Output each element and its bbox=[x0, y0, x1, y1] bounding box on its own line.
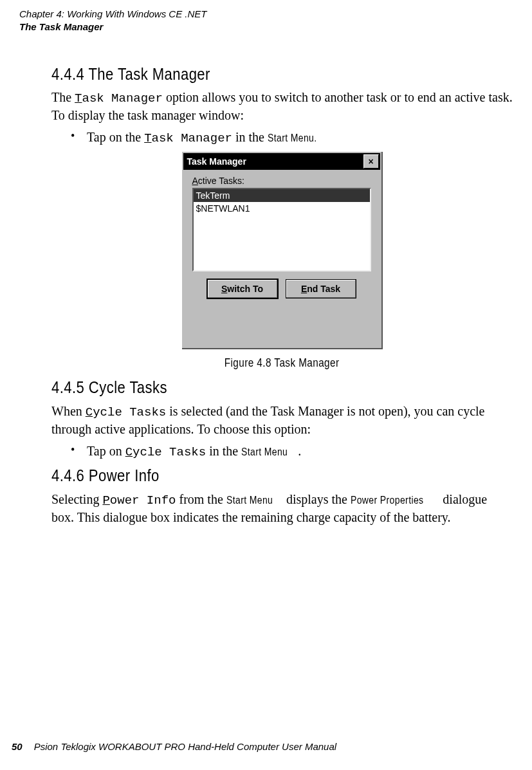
code-task-manager-2: Task Manager bbox=[144, 131, 232, 145]
figure-task-manager: Task Manager × Active Tasks: TekTerm $NE… bbox=[51, 152, 513, 371]
task-manager-window: Task Manager × Active Tasks: TekTerm $NE… bbox=[182, 152, 383, 349]
heading-power-info: 4.4.6 Power Info bbox=[51, 465, 443, 487]
para-task-manager: The Task Manager option allows you to sw… bbox=[51, 89, 513, 124]
heading-task-manager: 4.4.4 The Task Manager bbox=[51, 64, 443, 86]
end-task-button[interactable]: End Task bbox=[286, 279, 356, 298]
heading-cycle-tasks: 4.4.5 Cycle Tasks bbox=[51, 377, 443, 399]
para-cycle-tasks: When Cycle Tasks is selected (and the Ta… bbox=[51, 403, 513, 437]
para-power-info: Selecting Power Info from the Start Menu… bbox=[51, 491, 513, 526]
code-power-info: Power Info bbox=[102, 493, 176, 508]
list-cycle-steps: Tap on Cycle Tasks in the Start Menu. bbox=[51, 443, 513, 461]
list-tm-steps: Tap on the Task Manager in the Start Men… bbox=[51, 129, 513, 147]
running-header: Chapter 4: Working With Windows CE .NET … bbox=[19, 8, 513, 34]
code-cycle-tasks-2: Cycle Tasks bbox=[125, 445, 206, 459]
switch-to-button[interactable]: Switch To bbox=[207, 279, 278, 298]
list-item[interactable]: TekTerm bbox=[194, 189, 370, 202]
active-tasks-label: Active Tasks: bbox=[192, 175, 371, 187]
active-tasks-listbox[interactable]: TekTerm $NETWLAN1 bbox=[192, 188, 371, 271]
page-number: 50 bbox=[12, 741, 23, 752]
figure-caption: Figure 4.8 Task Manager bbox=[225, 356, 340, 371]
keyword-start-menu: Start Menu bbox=[226, 493, 273, 508]
close-icon[interactable]: × bbox=[363, 154, 379, 169]
window-title: Task Manager bbox=[187, 156, 363, 167]
header-section: The Task Manager bbox=[19, 21, 513, 33]
keyword-start-menu: Start Menu. bbox=[268, 131, 317, 145]
header-chapter: Chapter 4: Working With Windows CE .NET bbox=[19, 8, 513, 21]
titlebar: Task Manager × bbox=[183, 153, 380, 170]
list-item[interactable]: $NETWLAN1 bbox=[194, 202, 370, 215]
list-item: Tap on the Task Manager in the Start Men… bbox=[51, 129, 513, 147]
keyword-start-menu: Start Menu bbox=[241, 445, 288, 459]
code-cycle-tasks: Cycle Tasks bbox=[86, 405, 166, 419]
keyword-power-properties: Power Properties bbox=[351, 493, 423, 508]
footer-title: Psion Teklogix WORKABOUT PRO Hand-Held C… bbox=[34, 741, 336, 752]
code-task-manager: Task Manager bbox=[75, 91, 163, 105]
page-footer: 50 Psion Teklogix WORKABOUT PRO Hand-Hel… bbox=[12, 741, 336, 752]
list-item: Tap on Cycle Tasks in the Start Menu. bbox=[51, 443, 513, 461]
